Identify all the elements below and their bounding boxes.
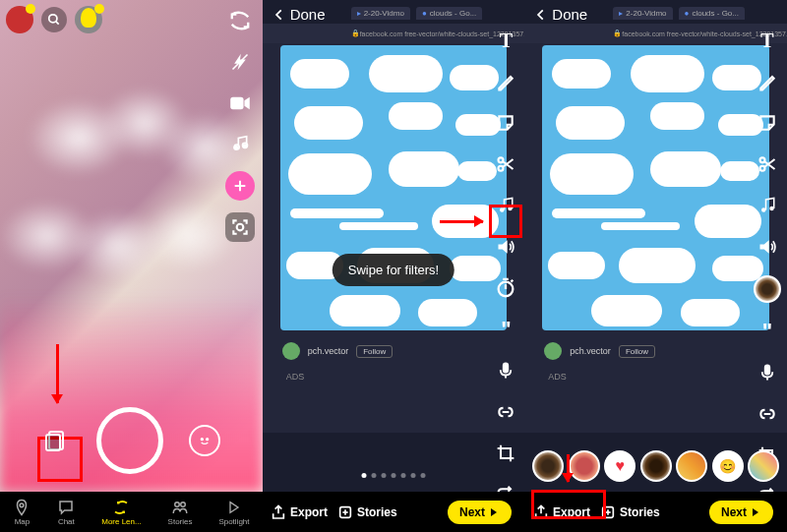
done-button[interactable]: Done: [272, 6, 326, 23]
gallery-button[interactable]: [41, 426, 71, 455]
sticker-tool-icon[interactable]: [755, 110, 780, 136]
timer-tool-icon[interactable]: [493, 275, 518, 301]
emoji-lens-button[interactable]: [189, 425, 220, 456]
url-bar: 🔒 facebook.com free-vector/white-clouds-…: [524, 24, 787, 43]
eye-filter-icon[interactable]: [754, 275, 781, 303]
svg-rect-10: [46, 435, 60, 450]
text-tool-icon[interactable]: T: [493, 28, 518, 53]
author-name: pch.vector: [570, 346, 611, 356]
swipe-filters-toast: Swipe for filters!: [333, 254, 454, 286]
add-friend-avatar[interactable]: [75, 6, 102, 33]
svg-rect-18: [504, 364, 509, 373]
text-tool-icon[interactable]: T: [755, 28, 780, 53]
filter-option[interactable]: [640, 450, 672, 482]
clouds-image: [280, 45, 508, 330]
author-avatar: [282, 342, 300, 360]
scissors-tool-icon[interactable]: [493, 151, 518, 177]
clouds-image: [542, 45, 769, 330]
filter-option[interactable]: 😊: [712, 450, 744, 482]
filter-option[interactable]: [676, 450, 707, 482]
loop-tool-icon[interactable]: [493, 482, 518, 492]
filter-option[interactable]: [532, 450, 564, 482]
mic-tool-icon[interactable]: [755, 360, 780, 385]
link-tool-icon[interactable]: [493, 399, 518, 425]
edit-screen-filters: ▸2-20-Vidmo ●clouds - Go... 🔒 facebook.c…: [263, 0, 525, 492]
done-button[interactable]: Done: [534, 6, 587, 23]
music-icon[interactable]: [225, 130, 255, 159]
sound-tool-icon[interactable]: [755, 234, 780, 260]
next-button[interactable]: Next: [448, 501, 512, 524]
search-button[interactable]: [41, 7, 67, 32]
annotation-arrow-right: [440, 220, 483, 223]
svg-point-14: [499, 166, 504, 171]
svg-point-8: [236, 224, 243, 231]
camera-screen: [0, 0, 263, 492]
svg-point-11: [202, 439, 204, 441]
svg-point-5: [242, 144, 247, 148]
page-dots: [362, 473, 426, 478]
flip-camera-icon[interactable]: [225, 6, 255, 35]
next-button[interactable]: Next: [709, 501, 773, 524]
nav-stories[interactable]: Stories: [168, 499, 193, 526]
svg-point-4: [233, 146, 238, 150]
add-icon[interactable]: [225, 171, 255, 201]
author-name: pch.vector: [308, 346, 349, 356]
edit-screen-export: ▸2-20-Vidmo ●clouds - Go... 🔒 facebook.c…: [524, 0, 787, 492]
svg-rect-23: [765, 366, 770, 375]
music-tool-icon[interactable]: [755, 193, 780, 218]
quote-tool-icon[interactable]: ": [493, 317, 518, 342]
nav-spotlight[interactable]: Spotlight: [218, 499, 249, 526]
browser-tab: ▸2-20-Vidmo: [613, 7, 672, 20]
nav-map[interactable]: Map: [13, 499, 30, 526]
svg-point-26: [181, 502, 186, 506]
annotation-arrow-down: [56, 344, 59, 403]
annotation-highlight-export: [531, 490, 606, 519]
crop-tool-icon[interactable]: [493, 441, 518, 466]
profile-avatar[interactable]: [6, 6, 33, 33]
nav-chat[interactable]: Chat: [57, 499, 75, 526]
mic-tool-icon[interactable]: [493, 358, 518, 384]
url-bar: 🔒 facebook.com free-vector/white-clouds-…: [263, 24, 525, 43]
flash-icon[interactable]: [225, 47, 255, 77]
svg-point-12: [207, 439, 209, 441]
annotation-arrow-down: [567, 454, 570, 482]
ads-label: ADS: [548, 372, 567, 382]
browser-tab: ▸2-20-Vidmo: [351, 7, 410, 20]
browser-tab: ●clouds - Go...: [679, 7, 745, 20]
svg-point-0: [49, 15, 57, 23]
svg-point-24: [21, 502, 25, 506]
svg-point-19: [760, 157, 765, 162]
svg-rect-3: [230, 97, 243, 109]
draw-tool-icon[interactable]: [493, 69, 518, 94]
stories-button[interactable]: Stories: [600, 504, 660, 520]
draw-tool-icon[interactable]: [755, 69, 780, 94]
stories-button[interactable]: Stories: [337, 504, 397, 520]
ads-label: ADS: [286, 372, 305, 382]
sticker-tool-icon[interactable]: [493, 110, 518, 136]
browser-tab: ●clouds - Go...: [416, 7, 482, 20]
svg-line-1: [56, 22, 59, 25]
svg-point-20: [760, 166, 765, 171]
shutter-button[interactable]: [96, 407, 163, 474]
link-tool-icon[interactable]: [755, 401, 780, 427]
video-icon[interactable]: [225, 89, 255, 118]
quote-tool-icon[interactable]: ": [755, 319, 780, 344]
scissors-tool-icon[interactable]: [755, 151, 780, 177]
follow-button[interactable]: Follow: [356, 345, 393, 358]
svg-point-13: [499, 157, 504, 162]
filter-option[interactable]: ♥: [604, 450, 636, 482]
filter-option[interactable]: [748, 450, 779, 482]
loop-tool-icon[interactable]: [755, 484, 780, 492]
export-button[interactable]: Export: [271, 504, 328, 520]
svg-point-25: [175, 502, 180, 506]
bottom-nav: Map Chat More Len... Stories Spotlight: [0, 492, 263, 532]
author-avatar: [544, 342, 562, 360]
lens-scan-icon[interactable]: [225, 212, 255, 242]
nav-more-lenses[interactable]: More Len...: [101, 499, 141, 526]
annotation-highlight-timer: [489, 205, 522, 238]
svg-point-17: [499, 282, 514, 297]
follow-button[interactable]: Follow: [619, 345, 655, 358]
bottom-bar: Map Chat More Len... Stories Spotlight E…: [0, 492, 787, 532]
